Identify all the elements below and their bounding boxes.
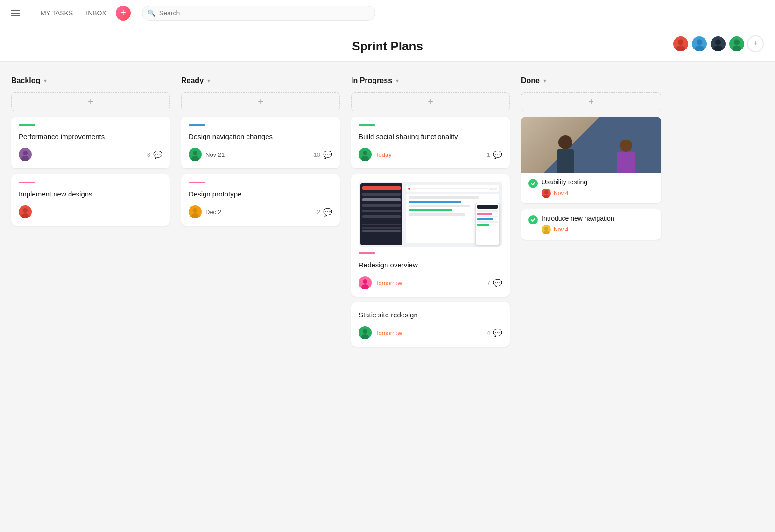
svg-point-8 [23, 151, 28, 155]
card-title-implement: Implement new designs [19, 189, 162, 199]
card-meta-performance: 8 💬 [147, 150, 162, 159]
card-introduce-nav: Introduce new navigation Nov 4 [521, 209, 661, 240]
done-card-avatar-usability[interactable] [542, 189, 551, 198]
card-meta-redesign-overview: 7 💬 [487, 279, 502, 287]
svg-point-7 [732, 45, 741, 52]
card-avatar-performance[interactable] [19, 148, 32, 161]
svg-point-0 [678, 39, 683, 45]
card-avatar-design-nav[interactable] [189, 148, 202, 161]
column-done: Done ▾ + [521, 77, 661, 515]
card-accent-pink-2 [189, 182, 205, 183]
card-footer-redesign-overview: Tomorrow 7 💬 [359, 276, 502, 289]
svg-point-13 [191, 156, 199, 161]
card-date-design-nav: Nov 21 [205, 151, 225, 158]
comment-count-design-proto: 2 [317, 209, 320, 216]
my-tasks-link[interactable]: MY TASKS [35, 7, 78, 20]
card-performance-improvements: Performance improvements 8 💬 [11, 117, 170, 168]
mock-sidebar-item-1 [362, 193, 401, 196]
done-chevron-icon[interactable]: ▾ [543, 77, 546, 84]
card-accent-pink [19, 182, 35, 183]
svg-point-23 [543, 195, 549, 198]
card-avatar-design-proto[interactable] [189, 205, 202, 218]
mock-sidebar [360, 183, 402, 245]
card-title-static-site: Static site redesign [359, 310, 502, 320]
svg-point-10 [23, 208, 28, 213]
card-avatar-static-site[interactable] [359, 326, 372, 339]
card-avatar-implement[interactable] [19, 205, 32, 218]
kanban-board: Backlog ▾ + Performance improvements 8 💬… [0, 62, 775, 530]
svg-point-1 [676, 45, 685, 52]
page-header: Sprint Plans + [0, 26, 775, 62]
card-avatar-social-sharing[interactable] [359, 148, 372, 161]
add-member-button[interactable]: + [747, 35, 764, 52]
column-title-ready: Ready [181, 77, 204, 85]
column-title-in-progress: In Progress [351, 77, 392, 85]
search-input[interactable] [142, 6, 375, 21]
comment-icon-social-sharing: 💬 [493, 150, 502, 159]
comment-count-static-site: 4 [487, 329, 490, 336]
hamburger-menu[interactable] [7, 6, 23, 20]
header-avatars: + [672, 35, 764, 52]
svg-point-17 [361, 156, 369, 161]
card-accent-blue [189, 124, 205, 126]
card-meta-static-site: 4 💬 [487, 329, 502, 337]
avatar-1[interactable] [672, 35, 689, 52]
check-icon-nav [528, 215, 538, 224]
comment-icon-static-site: 💬 [493, 329, 502, 337]
comment-count-social-sharing: 1 [487, 151, 490, 158]
add-card-ready-button[interactable]: + [181, 92, 340, 111]
svg-point-22 [544, 190, 548, 194]
add-button[interactable]: + [116, 6, 131, 21]
card-date-design-proto: Dec 2 [205, 209, 221, 216]
done-card-meta-nav: Nov 4 [542, 225, 654, 234]
comment-count-redesign-overview: 7 [487, 280, 490, 287]
check-icon-usability [528, 179, 538, 188]
avatar-4[interactable] [728, 35, 745, 52]
mock-sidebar-item-4 [362, 210, 401, 212]
card-accent-green-2 [359, 124, 375, 126]
add-card-in-progress-button[interactable]: + [351, 92, 510, 111]
comment-icon-design-nav: 💬 [323, 150, 332, 159]
mock-sidebar-item-2 [362, 198, 401, 201]
column-header-backlog: Backlog ▾ [11, 77, 170, 85]
done-card-avatar-nav[interactable] [542, 225, 551, 234]
add-card-backlog-button[interactable]: + [11, 92, 170, 111]
ready-chevron-icon[interactable]: ▾ [207, 77, 210, 84]
svg-point-25 [543, 231, 549, 234]
svg-point-4 [715, 39, 721, 45]
card-footer-implement [19, 205, 162, 218]
in-progress-chevron-icon[interactable]: ▾ [396, 77, 399, 84]
page-title: Sprint Plans [11, 39, 764, 54]
avatar-3[interactable] [710, 35, 726, 52]
card-meta-design-proto: 2 💬 [317, 208, 332, 217]
column-ready: Ready ▾ + Design navigation changes Nov … [181, 77, 340, 515]
svg-point-6 [734, 39, 740, 45]
comment-icon-performance: 💬 [153, 150, 162, 159]
column-header-in-progress: In Progress ▾ [351, 77, 510, 85]
card-footer-social-sharing: Today 1 💬 [359, 148, 502, 161]
inbox-link[interactable]: INBOX [80, 7, 112, 20]
backlog-chevron-icon[interactable]: ▾ [44, 77, 47, 84]
svg-point-24 [544, 227, 548, 231]
svg-point-20 [363, 329, 367, 334]
card-footer-design-proto: Dec 2 2 💬 [189, 205, 332, 218]
nav-divider [31, 6, 31, 20]
mock-phone [475, 203, 500, 245]
top-navigation: MY TASKS INBOX + 🔍 [0, 0, 775, 26]
card-design-prototype: Design prototype Dec 2 2 💬 [181, 174, 340, 226]
card-meta-design-nav: 10 💬 [314, 150, 332, 159]
card-footer-design-nav: Nov 21 10 💬 [189, 148, 332, 161]
done-card-title-usability: Usability testing [542, 178, 654, 186]
person-figure-1 [549, 126, 582, 173]
card-avatar-redesign-overview[interactable] [359, 276, 372, 289]
done-card-content-usability: Usability testing Nov 4 [542, 178, 654, 198]
done-card-title-nav: Introduce new navigation [542, 215, 654, 222]
svg-point-9 [21, 156, 29, 161]
card-meta-social-sharing: 1 💬 [487, 150, 502, 159]
card-footer-performance: 8 💬 [19, 148, 162, 161]
card-design-nav-changes: Design navigation changes Nov 21 10 💬 [181, 117, 340, 168]
card-implement-new-designs: Implement new designs [11, 174, 170, 226]
add-card-done-button[interactable]: + [521, 92, 661, 111]
avatar-2[interactable] [691, 35, 708, 52]
card-date-static-site: Tomorrow [375, 329, 402, 336]
